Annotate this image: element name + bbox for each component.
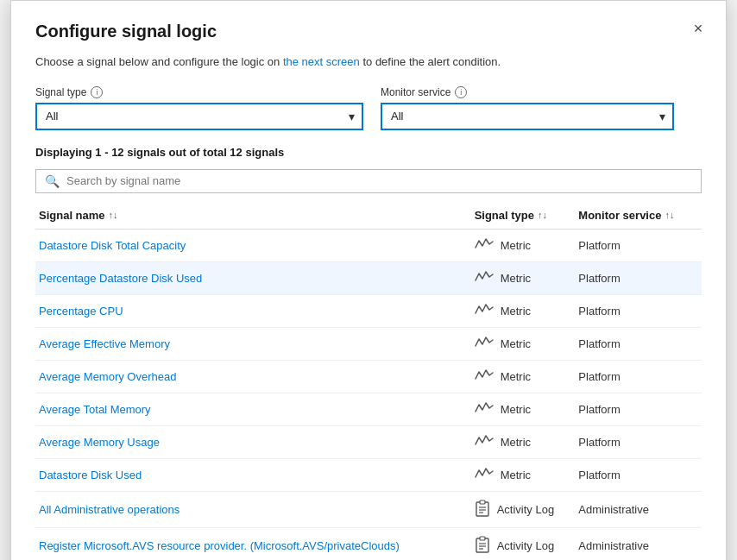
signal-type-label: Signal type i xyxy=(35,86,363,98)
signal-name-cell: All Administrative operations xyxy=(35,491,475,527)
metric-icon xyxy=(475,368,494,385)
col-monitor-service: Monitor service ↑↓ xyxy=(578,202,702,230)
signal-type-cell: Metric xyxy=(475,294,579,327)
monitor-service-select-wrapper: All Platform Administrative xyxy=(381,103,674,130)
signal-type-select-wrapper: All Metric Activity Log xyxy=(35,103,363,130)
count-label: Displaying 1 - 12 signals out of total 1… xyxy=(35,146,702,159)
table-row[interactable]: All Administrative operations Activity L… xyxy=(35,491,702,527)
signal-type-cell: Activity Log xyxy=(475,491,579,527)
signal-name-cell: Percentage Datastore Disk Used xyxy=(35,261,475,294)
monitor-service-cell: Platform xyxy=(578,261,702,294)
signal-name-link[interactable]: Average Memory Overhead xyxy=(39,370,176,383)
signal-name-link[interactable]: Average Effective Memory xyxy=(39,337,170,350)
sort-monitor-service-icon: ↑↓ xyxy=(665,210,674,220)
col-signal-name: Signal name ↑↓ xyxy=(35,202,475,230)
sort-monitor-service[interactable]: Monitor service ↑↓ xyxy=(578,209,674,222)
signal-type-text: Metric xyxy=(501,436,531,449)
monitor-service-label: Monitor service i xyxy=(381,86,674,98)
metric-icon xyxy=(475,270,494,286)
metric-icon xyxy=(475,467,494,483)
table-header-row: Signal name ↑↓ Signal type ↑↓ Monitor se… xyxy=(35,202,702,230)
monitor-service-cell: Platform xyxy=(578,393,702,425)
signal-type-cell: Metric xyxy=(475,327,579,360)
signal-type-text: Metric xyxy=(501,272,531,285)
table-row[interactable]: Datastore Disk Total Capacity MetricPlat… xyxy=(35,229,702,261)
monitor-service-select[interactable]: All Platform Administrative xyxy=(381,103,674,130)
table-row[interactable]: Average Memory Overhead MetricPlatform xyxy=(35,360,702,393)
table-row[interactable]: Register Microsoft.AVS resource provider… xyxy=(35,527,702,560)
signal-name-link[interactable]: Percentage Datastore Disk Used xyxy=(39,272,202,285)
signal-type-cell: Activity Log xyxy=(475,527,579,560)
monitor-service-cell: Platform xyxy=(578,360,702,393)
activity-icon xyxy=(475,536,490,556)
signal-name-link[interactable]: Register Microsoft.AVS resource provider… xyxy=(39,539,400,552)
monitor-service-cell: Administrative xyxy=(578,527,702,560)
signal-name-cell: Datastore Disk Used xyxy=(35,458,475,491)
description-link[interactable]: the next screen xyxy=(283,55,360,68)
signal-name-cell: Datastore Disk Total Capacity xyxy=(35,229,475,261)
signal-name-cell: Average Effective Memory xyxy=(35,327,475,360)
signal-type-text: Metric xyxy=(501,337,531,350)
col-signal-type: Signal type ↑↓ xyxy=(475,202,579,230)
monitor-service-cell: Platform xyxy=(578,229,702,261)
configure-signal-dialog: Configure signal logic × Choose a signal… xyxy=(10,0,727,560)
monitor-service-cell: Platform xyxy=(578,458,702,491)
search-input[interactable] xyxy=(66,174,692,187)
table-row[interactable]: Percentage CPU MetricPlatform xyxy=(35,294,702,327)
monitor-service-cell: Platform xyxy=(578,425,702,458)
signal-type-text: Metric xyxy=(501,305,531,318)
table-header: Signal name ↑↓ Signal type ↑↓ Monitor se… xyxy=(35,202,702,230)
signal-type-text: Metric xyxy=(501,239,531,252)
signal-name-link[interactable]: Average Total Memory xyxy=(39,403,151,416)
signal-type-cell: Metric xyxy=(475,261,579,294)
signal-type-cell: Metric xyxy=(475,458,579,491)
monitor-service-cell: Platform xyxy=(578,294,702,327)
signals-table: Signal name ↑↓ Signal type ↑↓ Monitor se… xyxy=(35,202,702,561)
sort-signal-type[interactable]: Signal type ↑↓ xyxy=(475,209,547,222)
signal-type-text: Metric xyxy=(501,469,531,481)
metric-icon xyxy=(475,434,494,450)
sort-signal-type-icon: ↑↓ xyxy=(538,210,547,220)
signal-name-link[interactable]: Datastore Disk Total Capacity xyxy=(39,239,186,252)
monitor-service-info-icon[interactable]: i xyxy=(455,86,467,98)
signal-type-text: Activity Log xyxy=(497,539,554,552)
signal-name-link[interactable]: All Administrative operations xyxy=(39,503,180,516)
metric-icon xyxy=(475,401,494,418)
metric-icon xyxy=(475,303,494,319)
signal-type-cell: Metric xyxy=(475,360,579,393)
signal-type-cell: Metric xyxy=(475,229,579,261)
search-icon: 🔍 xyxy=(45,174,60,188)
signal-name-cell: Average Memory Usage xyxy=(35,425,475,458)
monitor-service-filter: Monitor service i All Platform Administr… xyxy=(381,86,674,130)
metric-icon xyxy=(475,336,494,352)
signal-name-link[interactable]: Datastore Disk Used xyxy=(39,469,142,481)
monitor-service-cell: Platform xyxy=(578,327,702,360)
signal-name-link[interactable]: Percentage CPU xyxy=(39,305,123,318)
metric-icon xyxy=(475,237,494,254)
signal-type-text: Metric xyxy=(501,403,531,416)
signal-name-link[interactable]: Average Memory Usage xyxy=(39,436,160,449)
table-row[interactable]: Average Total Memory MetricPlatform xyxy=(35,393,702,425)
signal-type-cell: Metric xyxy=(475,393,579,425)
close-button[interactable]: × xyxy=(686,16,710,41)
dialog-title: Configure signal logic xyxy=(35,22,702,41)
search-box: 🔍 xyxy=(35,169,702,193)
table-row[interactable]: Percentage Datastore Disk Used MetricPla… xyxy=(35,261,702,294)
signal-type-select[interactable]: All Metric Activity Log xyxy=(35,103,363,130)
monitor-service-cell: Administrative xyxy=(578,491,702,527)
signal-name-cell: Average Memory Overhead xyxy=(35,360,475,393)
signal-type-text: Activity Log xyxy=(497,503,554,516)
table-row[interactable]: Datastore Disk Used MetricPlatform xyxy=(35,458,702,491)
signal-name-cell: Percentage CPU xyxy=(35,294,475,327)
table-row[interactable]: Average Memory Usage MetricPlatform xyxy=(35,425,702,458)
signal-type-text: Metric xyxy=(501,370,531,383)
signal-type-filter: Signal type i All Metric Activity Log xyxy=(35,86,363,130)
signal-type-info-icon[interactable]: i xyxy=(91,86,103,98)
sort-signal-name-icon: ↑↓ xyxy=(109,210,118,220)
signal-type-cell: Metric xyxy=(475,425,579,458)
signal-name-cell: Average Total Memory xyxy=(35,393,475,425)
table-row[interactable]: Average Effective Memory MetricPlatform xyxy=(35,327,702,360)
filters-row: Signal type i All Metric Activity Log Mo… xyxy=(35,86,702,130)
table-body: Datastore Disk Total Capacity MetricPlat… xyxy=(35,229,702,560)
sort-signal-name[interactable]: Signal name ↑↓ xyxy=(39,209,118,222)
